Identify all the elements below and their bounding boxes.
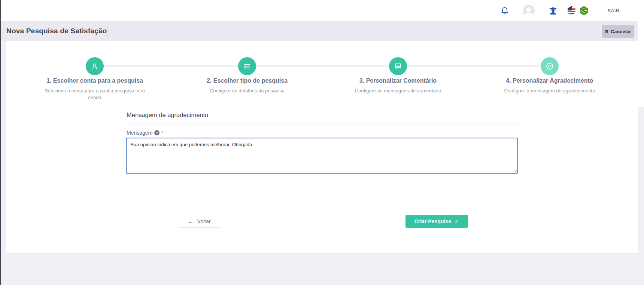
step-4-text: 4. Personalizar Agradecimento Configure … xyxy=(486,77,613,94)
graduate-icon xyxy=(548,6,558,16)
step-1-indicator[interactable] xyxy=(86,57,104,75)
step-4-subtitle: Configure a mensagem de agradecimento xyxy=(493,88,606,94)
back-button-label: Voltar xyxy=(197,218,211,224)
comment-icon xyxy=(394,62,402,70)
step-3-title: 3. Personalizar Comentário xyxy=(334,77,462,84)
step-2-subtitle: Configure os detalhes da pesquisa xyxy=(191,88,303,94)
step-1-title: 1. Escolher conta para a pesquisa xyxy=(31,77,158,84)
window-left-edge xyxy=(0,0,1,285)
step-1-text: 1. Escolher conta para a pesquisa Seleci… xyxy=(31,77,158,101)
header-divider xyxy=(107,26,108,38)
user-icon xyxy=(91,62,99,70)
step-1-subtitle: Selecione a conta para a qual a pesquisa… xyxy=(39,88,151,101)
arrow-left-icon: ← xyxy=(188,218,194,224)
step-4-title: 4. Personalizar Agradecimento xyxy=(486,77,613,84)
step-3-text: 3. Personalizar Comentário Configure as … xyxy=(334,77,462,94)
create-survey-button[interactable]: Criar Pesquisa ✓ xyxy=(405,215,468,228)
user-avatar[interactable] xyxy=(523,5,535,17)
us-flag-icon xyxy=(568,6,572,10)
topbar: SAIR xyxy=(0,0,644,21)
section-title: Mensagem de agradecimento xyxy=(127,111,208,119)
message-textarea[interactable]: Sua opinião indica em que podemos melhor… xyxy=(126,138,518,174)
bell-icon xyxy=(500,6,509,15)
required-asterisk: * xyxy=(161,130,163,136)
section-divider xyxy=(127,125,518,125)
language-portuguese-button[interactable] xyxy=(580,6,588,15)
page-title: Nova Pesquisa de Satisfação xyxy=(6,27,107,35)
message-field-label: Mensagem ? * xyxy=(127,130,164,136)
cancel-button[interactable]: ✖ Cancelar xyxy=(602,25,634,38)
step-4-indicator[interactable] xyxy=(541,57,559,75)
page-header-bar: Nova Pesquisa de Satisfação ✖ Cancelar xyxy=(0,21,638,41)
tutorial-button[interactable] xyxy=(548,6,558,16)
cancel-button-label: Cancelar xyxy=(611,29,631,34)
check-icon: ✓ xyxy=(455,218,459,225)
avatar-person-icon xyxy=(526,7,531,12)
notifications-button[interactable] xyxy=(500,6,509,15)
back-button[interactable]: ← Voltar xyxy=(178,215,220,228)
help-icon[interactable]: ? xyxy=(154,130,160,135)
step-2-text: 2. Escolher tipo de pesquisa Configure o… xyxy=(183,77,311,94)
step-2-title: 2. Escolher tipo de pesquisa xyxy=(183,77,311,84)
logout-button[interactable]: SAIR xyxy=(608,8,620,13)
list-check-icon xyxy=(243,62,251,70)
footer-divider xyxy=(15,202,629,202)
scrollbar-thumb[interactable] xyxy=(638,0,644,107)
step-3-indicator[interactable] xyxy=(389,57,407,75)
close-icon: ✖ xyxy=(605,29,608,34)
step-3-subtitle: Configure as mensagens de comentário xyxy=(342,88,454,94)
check-circle-icon xyxy=(545,62,554,71)
topbar-actions: SAIR xyxy=(500,0,620,21)
stepper-connector-line xyxy=(95,65,550,67)
submit-button-label: Criar Pesquisa xyxy=(414,218,451,224)
step-2-indicator[interactable] xyxy=(238,57,256,75)
scrollbar xyxy=(638,0,644,285)
wizard-card: 1. Escolher conta para a pesquisa Seleci… xyxy=(6,41,638,253)
language-english-button[interactable] xyxy=(567,6,576,15)
